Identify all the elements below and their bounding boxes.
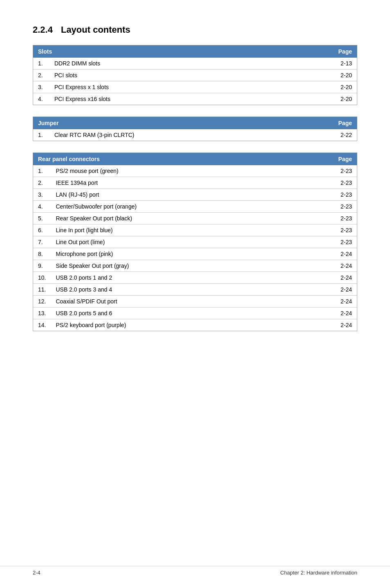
row-num: 12.: [33, 296, 51, 307]
page-footer: 2-4 Chapter 2: Hardware information: [0, 566, 390, 576]
row-page: 2-23: [332, 224, 357, 236]
footer-page-number: 2-4: [33, 570, 40, 576]
row-page: 2-23: [332, 201, 357, 213]
footer-chapter: Chapter 2: Hardware information: [280, 570, 357, 576]
table-row: 2. PCI slots 2-20: [33, 70, 357, 81]
row-page: 2-24: [332, 319, 357, 331]
jumper-table-container: Jumper Page 1. Clear RTC RAM (3-pin CLRT…: [33, 117, 357, 141]
row-num: 2.: [33, 70, 49, 81]
table-row: 1. DDR2 DIMM slots 2-13: [33, 58, 357, 70]
row-desc: PS/2 keyboard port (purple): [51, 319, 332, 331]
row-desc: Center/Subwoofer port (orange): [51, 201, 332, 213]
row-num: 6.: [33, 224, 51, 236]
jumper-header-col1: Jumper: [33, 117, 332, 129]
rear-panel-header-col2: Page: [332, 153, 357, 165]
table-row: 10. USB 2.0 ports 1 and 2 2-24: [33, 272, 357, 284]
table-row: 9. Side Speaker Out port (gray) 2-24: [33, 260, 357, 272]
row-page: 2-24: [332, 307, 357, 319]
row-num: 5.: [33, 213, 51, 224]
row-num: 3.: [33, 189, 51, 201]
row-num: 4.: [33, 201, 51, 213]
table-row: 3. LAN (RJ-45) port 2-23: [33, 189, 357, 201]
row-num: 4.: [33, 93, 49, 105]
row-desc: PCI Express x 1 slots: [49, 81, 332, 93]
row-num: 2.: [33, 177, 51, 189]
jumper-header-col2: Page: [332, 117, 357, 129]
row-page: 2-22: [332, 129, 357, 141]
row-desc: PS/2 mouse port (green): [51, 165, 332, 177]
row-num: 3.: [33, 81, 49, 93]
row-num: 7.: [33, 236, 51, 248]
row-num: 10.: [33, 272, 51, 284]
table-row: 1. PS/2 mouse port (green) 2-23: [33, 165, 357, 177]
row-desc: DDR2 DIMM slots: [49, 58, 332, 70]
rear-panel-table-container: Rear panel connectors Page 1. PS/2 mouse…: [33, 153, 357, 331]
table-row: 14. PS/2 keyboard port (purple) 2-24: [33, 319, 357, 331]
table-row: 2. IEEE 1394a port 2-23: [33, 177, 357, 189]
row-page: 2-24: [332, 248, 357, 260]
table-row: 3. PCI Express x 1 slots 2-20: [33, 81, 357, 93]
row-num: 13.: [33, 307, 51, 319]
row-desc: USB 2.0 ports 3 and 4: [51, 284, 332, 296]
row-page: 2-24: [332, 284, 357, 296]
row-desc: USB 2.0 ports 5 and 6: [51, 307, 332, 319]
row-desc: Coaxial S/PDIF Out port: [51, 296, 332, 307]
row-num: 1.: [33, 165, 51, 177]
section-number: 2.2.4: [33, 25, 53, 35]
row-desc: IEEE 1394a port: [51, 177, 332, 189]
section-title: Layout contents: [61, 25, 130, 35]
row-desc: Side Speaker Out port (gray): [51, 260, 332, 272]
row-page: 2-23: [332, 213, 357, 224]
slots-table-container: Slots Page 1. DDR2 DIMM slots 2-13 2. PC…: [33, 45, 357, 105]
row-num: 1.: [33, 129, 49, 141]
slots-header-col2: Page: [332, 45, 357, 58]
table-row: 13. USB 2.0 ports 5 and 6 2-24: [33, 307, 357, 319]
row-page: 2-23: [332, 177, 357, 189]
slots-table: Slots Page 1. DDR2 DIMM slots 2-13 2. PC…: [33, 45, 357, 105]
row-num: 9.: [33, 260, 51, 272]
row-desc: Line In port (light blue): [51, 224, 332, 236]
row-desc: Line Out port (lime): [51, 236, 332, 248]
table-row: 7. Line Out port (lime) 2-23: [33, 236, 357, 248]
row-page: 2-24: [332, 272, 357, 284]
row-page: 2-23: [332, 236, 357, 248]
rear-panel-header-col1: Rear panel connectors: [33, 153, 332, 165]
row-page: 2-20: [332, 81, 357, 93]
row-page: 2-24: [332, 260, 357, 272]
row-desc: PCI Express x16 slots: [49, 93, 332, 105]
row-desc: Rear Speaker Out port (black): [51, 213, 332, 224]
row-num: 11.: [33, 284, 51, 296]
table-row: 6. Line In port (light blue) 2-23: [33, 224, 357, 236]
table-row: 4. PCI Express x16 slots 2-20: [33, 93, 357, 105]
row-page: 2-23: [332, 189, 357, 201]
table-row: 8. Microphone port (pink) 2-24: [33, 248, 357, 260]
rear-panel-table: Rear panel connectors Page 1. PS/2 mouse…: [33, 153, 357, 331]
table-row: 5. Rear Speaker Out port (black) 2-23: [33, 213, 357, 224]
table-row: 12. Coaxial S/PDIF Out port 2-24: [33, 296, 357, 307]
row-page: 2-24: [332, 296, 357, 307]
row-page: 2-20: [332, 93, 357, 105]
row-page: 2-20: [332, 70, 357, 81]
slots-header-col1: Slots: [33, 45, 332, 58]
row-desc: USB 2.0 ports 1 and 2: [51, 272, 332, 284]
row-num: 1.: [33, 58, 49, 70]
row-desc: PCI slots: [49, 70, 332, 81]
table-row: 11. USB 2.0 ports 3 and 4 2-24: [33, 284, 357, 296]
table-row: 4. Center/Subwoofer port (orange) 2-23: [33, 201, 357, 213]
row-num: 14.: [33, 319, 51, 331]
row-desc: LAN (RJ-45) port: [51, 189, 332, 201]
row-desc: Clear RTC RAM (3-pin CLRTC): [49, 129, 332, 141]
row-num: 8.: [33, 248, 51, 260]
row-page: 2-23: [332, 165, 357, 177]
jumper-table: Jumper Page 1. Clear RTC RAM (3-pin CLRT…: [33, 117, 357, 141]
row-desc: Microphone port (pink): [51, 248, 332, 260]
table-row: 1. Clear RTC RAM (3-pin CLRTC) 2-22: [33, 129, 357, 141]
row-page: 2-13: [332, 58, 357, 70]
